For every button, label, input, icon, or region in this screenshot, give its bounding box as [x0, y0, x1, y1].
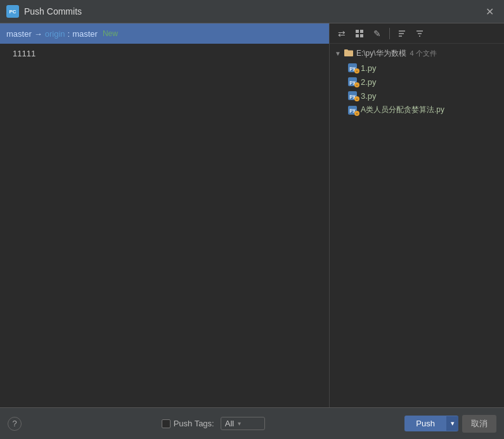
push-tags-dropdown[interactable]: All ▾: [221, 417, 265, 430]
right-panel: ⇄ ✎: [330, 23, 504, 407]
file-row-3[interactable]: py + 3.py: [330, 89, 504, 103]
folder-arrow: ▼: [335, 50, 341, 57]
grid-icon[interactable]: [352, 27, 366, 41]
file-py-icon-3: py +: [347, 91, 358, 101]
file-py-icon-1: py +: [347, 63, 358, 73]
file-row-1[interactable]: py + 1.py: [330, 61, 504, 75]
push-tags-value: All: [225, 419, 234, 428]
bottom-bar: ? Push Tags: All ▾ Push ▾ 取消: [0, 407, 504, 439]
svg-rect-4: [356, 34, 359, 37]
commit-item[interactable]: 11111: [0, 46, 329, 61]
folder-row[interactable]: ▼ E:\py\华为数模 4 个文件: [330, 46, 504, 61]
branch-colon: :: [68, 29, 70, 39]
push-button[interactable]: Push ▾: [404, 416, 458, 431]
close-button[interactable]: ✕: [482, 4, 498, 19]
folder-icon: [344, 48, 354, 59]
push-tags-checkbox-wrap: Push Tags:: [162, 419, 214, 428]
file-py-icon-4: py +: [347, 105, 358, 115]
left-panel: master → origin : master New 11111: [0, 23, 330, 407]
push-tags-checkbox[interactable]: [162, 419, 171, 428]
edit-icon[interactable]: ✎: [370, 27, 384, 41]
push-dropdown-arrow[interactable]: ▾: [446, 416, 458, 431]
branch-from: master: [6, 29, 32, 39]
commits-list: 11111: [0, 44, 329, 407]
branch-arrow: →: [34, 29, 42, 39]
file-count: 4 个文件: [410, 49, 437, 58]
svg-rect-5: [360, 34, 363, 37]
push-tags-label: Push Tags:: [174, 419, 214, 428]
help-button[interactable]: ?: [8, 417, 22, 431]
file-name-3: 3.py: [361, 91, 377, 101]
bottom-right: Push ▾ 取消: [404, 415, 496, 433]
sort-icon[interactable]: [395, 27, 409, 41]
bottom-left: ?: [8, 417, 22, 431]
branch-new-badge: New: [103, 29, 118, 38]
files-tree: ▼ E:\py\华为数模 4 个文件 py + 1.py: [330, 44, 504, 407]
title-bar: PC Push Commits ✕: [0, 0, 504, 23]
dropdown-arrow: ▾: [238, 420, 241, 427]
filter-icon[interactable]: [413, 27, 427, 41]
push-button-label: Push: [404, 416, 446, 431]
main-content: master → origin : master New 11111 ⇄ ✎: [0, 23, 504, 407]
file-name-2: 2.py: [361, 77, 377, 87]
window-title: Push Commits: [24, 6, 82, 16]
branch-to: master: [72, 29, 98, 39]
file-row-2[interactable]: py + 2.py: [330, 75, 504, 89]
title-left: PC Push Commits: [6, 5, 82, 18]
branch-remote-link[interactable]: origin: [45, 29, 65, 39]
svg-text:PC: PC: [9, 9, 16, 15]
file-row-4[interactable]: py + A类人员分配贪婪算法.py: [330, 103, 504, 117]
folder-name: E:\py\华为数模: [356, 48, 406, 59]
app-icon: PC: [6, 5, 19, 18]
branch-header: master → origin : master New: [0, 23, 329, 44]
file-name-4: A类人员分配贪婪算法.py: [361, 105, 444, 115]
svg-rect-2: [356, 30, 359, 33]
cancel-button[interactable]: 取消: [462, 415, 496, 433]
toolbar-separator: [389, 28, 390, 39]
sync-icon[interactable]: ⇄: [335, 27, 349, 41]
right-toolbar: ⇄ ✎: [330, 23, 504, 44]
file-name-1: 1.py: [361, 63, 377, 73]
file-py-icon-2: py +: [347, 77, 358, 87]
svg-rect-3: [360, 30, 363, 33]
